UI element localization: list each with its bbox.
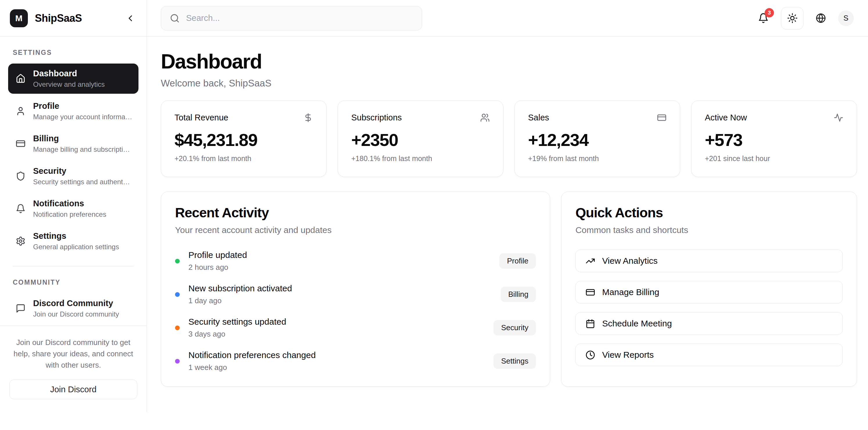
panels-row: Recent Activity Your recent account acti… bbox=[161, 192, 857, 387]
language-button[interactable] bbox=[816, 13, 826, 23]
activity-title: Security settings updated bbox=[188, 317, 485, 327]
stat-card-subscriptions: Subscriptions +2350 +180.1% from last mo… bbox=[338, 100, 503, 177]
sidebar-item-billing[interactable]: Billing Manage billing and subscripti… bbox=[8, 129, 138, 159]
stat-value: +12,234 bbox=[528, 130, 666, 150]
search-icon bbox=[170, 13, 180, 23]
theme-toggle-button[interactable] bbox=[781, 7, 804, 30]
stat-card-sales: Sales +12,234 +19% from last month bbox=[515, 100, 680, 177]
sun-icon bbox=[787, 13, 798, 24]
sidebar-footer: Join our Discord community to get help, … bbox=[0, 326, 147, 412]
sidebar-item-label: Profile bbox=[33, 101, 132, 111]
trending-up-icon bbox=[586, 256, 595, 266]
stat-card-total-revenue: Total Revenue $45,231.89 +20.1% from las… bbox=[161, 100, 327, 177]
sidebar-item-description: Manage your account informa… bbox=[33, 113, 132, 121]
sidebar-item-label: Discord Community bbox=[33, 299, 119, 308]
activity-dot bbox=[175, 292, 180, 297]
page-title: Dashboard bbox=[161, 50, 857, 73]
message-square-icon bbox=[16, 303, 26, 313]
search-input[interactable] bbox=[186, 13, 413, 23]
view-analytics-button[interactable]: View Analytics bbox=[576, 250, 843, 272]
sidebar-item-dashboard[interactable]: Dashboard Overview and analytics bbox=[8, 64, 138, 94]
sidebar-item-description: Manage billing and subscripti… bbox=[33, 145, 130, 154]
sidebar-header: M ShipSaaS bbox=[0, 0, 147, 37]
app-logo: M bbox=[10, 9, 28, 27]
activity-icon bbox=[834, 113, 843, 123]
home-icon bbox=[16, 74, 26, 84]
manage-billing-button[interactable]: Manage Billing bbox=[576, 281, 843, 303]
notification-badge: 3 bbox=[765, 8, 774, 18]
main-area: 3 S Dashboard Welcome back, ShipSaaS bbox=[147, 0, 868, 412]
view-reports-button[interactable]: View Reports bbox=[576, 343, 843, 366]
chevron-left-icon bbox=[125, 13, 135, 23]
stat-value: +2350 bbox=[351, 130, 490, 150]
gear-icon bbox=[16, 236, 26, 246]
sidebar-item-security[interactable]: Security Security settings and authent… bbox=[8, 161, 138, 191]
activity-title: New subscription activated bbox=[188, 284, 492, 293]
sidebar-item-description: Notification preferences bbox=[33, 210, 106, 219]
stat-label: Sales bbox=[528, 113, 549, 123]
sidebar-item-description: Security settings and authent… bbox=[33, 178, 130, 186]
schedule-meeting-button[interactable]: Schedule Meeting bbox=[576, 312, 843, 335]
sidebar-item-profile[interactable]: Profile Manage your account informa… bbox=[8, 96, 138, 126]
stat-delta: +180.1% from last month bbox=[351, 154, 490, 163]
stat-label: Subscriptions bbox=[351, 113, 402, 123]
sidebar-item-description: Overview and analytics bbox=[33, 80, 105, 89]
dollar-sign-icon bbox=[303, 113, 313, 123]
action-label: View Reports bbox=[602, 350, 654, 360]
sidebar-item-settings[interactable]: Settings General application settings bbox=[8, 226, 138, 256]
stat-label: Total Revenue bbox=[175, 113, 228, 123]
stat-label: Active Now bbox=[705, 113, 747, 123]
top-bar-actions: 3 S bbox=[758, 7, 854, 30]
sidebar-item-notifications[interactable]: Notifications Notification preferences bbox=[8, 194, 138, 224]
sidebar-divider bbox=[13, 266, 134, 266]
app-window: M ShipSaaS SETTINGS Dashboard Overview a… bbox=[0, 0, 868, 412]
sidebar-item-label: Notifications bbox=[33, 199, 106, 208]
activity-title: Profile updated bbox=[188, 250, 491, 260]
user-icon bbox=[16, 106, 26, 116]
activity-time: 3 days ago bbox=[188, 330, 485, 339]
top-bar: 3 S bbox=[147, 0, 868, 37]
action-label: View Analytics bbox=[602, 256, 657, 266]
join-discord-button[interactable]: Join Discord bbox=[9, 379, 137, 399]
sidebar-section-label-community: COMMUNITY bbox=[13, 278, 138, 286]
sidebar-item-label: Settings bbox=[33, 231, 119, 241]
quick-actions-title: Quick Actions bbox=[576, 204, 843, 221]
stat-value: $45,231.89 bbox=[175, 130, 313, 150]
activity-badge: Settings bbox=[494, 354, 536, 369]
stat-delta: +201 since last hour bbox=[705, 154, 843, 163]
sidebar-item-label: Dashboard bbox=[33, 69, 105, 78]
stat-delta: +19% from last month bbox=[528, 154, 666, 163]
user-avatar[interactable]: S bbox=[838, 10, 854, 26]
recent-activity-title: Recent Activity bbox=[175, 204, 536, 221]
sidebar-item-label: Billing bbox=[33, 134, 130, 143]
app-title: ShipSaaS bbox=[35, 12, 117, 24]
credit-card-icon bbox=[16, 139, 26, 148]
page-subtitle: Welcome back, ShipSaaS bbox=[161, 78, 857, 89]
sidebar-item-description: General application settings bbox=[33, 243, 119, 251]
collapse-sidebar-button[interactable] bbox=[124, 12, 137, 25]
activity-dot bbox=[175, 359, 180, 364]
action-label: Schedule Meeting bbox=[602, 319, 672, 328]
activity-item: Profile updated 2 hours ago Profile bbox=[175, 250, 536, 272]
activity-time: 1 week ago bbox=[188, 363, 485, 372]
activity-badge: Security bbox=[494, 320, 536, 335]
sidebar-item-discord-community[interactable]: Discord Community Join our Discord commu… bbox=[8, 293, 138, 324]
notifications-button[interactable]: 3 bbox=[758, 13, 769, 24]
sidebar-item-description: Join our Discord community bbox=[33, 310, 119, 318]
activity-item: Security settings updated 3 days ago Sec… bbox=[175, 317, 536, 339]
sidebar-nav: SETTINGS Dashboard Overview and analytic… bbox=[0, 37, 147, 326]
sidebar-section-label-settings: SETTINGS bbox=[13, 49, 138, 57]
recent-activity-card: Recent Activity Your recent account acti… bbox=[161, 192, 550, 387]
globe-icon bbox=[816, 13, 826, 23]
page-content: Dashboard Welcome back, ShipSaaS Total R… bbox=[147, 37, 868, 412]
stats-row: Total Revenue $45,231.89 +20.1% from las… bbox=[161, 100, 857, 177]
quick-actions-subtitle: Common tasks and shortcuts bbox=[576, 225, 843, 235]
stat-card-active-now: Active Now +573 +201 since last hour bbox=[691, 100, 857, 177]
users-icon bbox=[480, 113, 490, 123]
sidebar: M ShipSaaS SETTINGS Dashboard Overview a… bbox=[0, 0, 147, 412]
recent-activity-subtitle: Your recent account activity and updates bbox=[175, 225, 536, 235]
activity-list: Profile updated 2 hours ago Profile New … bbox=[175, 250, 536, 372]
clock-icon bbox=[586, 350, 595, 360]
credit-card-icon bbox=[657, 113, 666, 123]
quick-actions-list: View Analytics Manage Billing bbox=[576, 250, 843, 366]
